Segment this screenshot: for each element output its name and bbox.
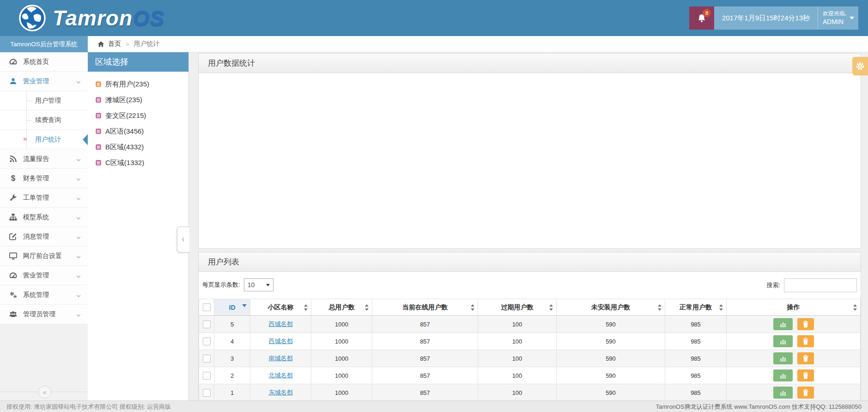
region-tree-label: 所有用户(235) xyxy=(105,80,149,89)
row-checkbox[interactable] xyxy=(203,338,211,345)
sidebar-item[interactable]: 工单管理 xyxy=(0,188,88,208)
column-header[interactable]: 未安装用户数 xyxy=(557,299,665,316)
region-tree-item[interactable]: B区域(4332) xyxy=(88,139,188,155)
column-header[interactable]: 过期用户数 xyxy=(478,299,557,316)
region-panel: 区域选择 所有用户(235)潍城区(235)奎文区(2215)A区语(3456)… xyxy=(88,52,189,400)
breadcrumb: 首页 > 用户统计 xyxy=(88,36,868,52)
cell-expired: 100 xyxy=(478,316,557,333)
community-name-link[interactable]: 北城名都 xyxy=(269,372,293,379)
delete-button[interactable] xyxy=(797,335,814,347)
community-name-link[interactable]: 东城名都 xyxy=(269,389,293,396)
chart-button[interactable] xyxy=(773,387,793,399)
sidebar-item[interactable]: 营业管理 xyxy=(0,72,88,91)
sidebar-item[interactable]: 系统管理 xyxy=(0,285,88,305)
page-size-select[interactable]: 10 xyxy=(244,278,273,291)
region-tree-label: 潍城区(235) xyxy=(105,96,142,105)
list-icon xyxy=(95,97,102,103)
sidebar-item[interactable]: $财务管理 xyxy=(0,169,88,188)
cell-expired: 100 xyxy=(478,384,557,401)
sidebar: 系统首页营业管理用户管理续费查询»用户统计流量报告$财务管理工单管理模型系统消息… xyxy=(0,52,88,400)
region-tree-item[interactable]: 潍城区(235) xyxy=(88,92,188,108)
column-header[interactable]: 小区名称 xyxy=(250,299,311,316)
gear-icon xyxy=(856,61,865,71)
user-table-body: 5西城名都10008571005909854西城名都10008571005909… xyxy=(199,316,861,401)
column-header[interactable]: 正常用户数 xyxy=(665,299,727,316)
row-checkbox[interactable] xyxy=(203,389,211,397)
chart-button[interactable] xyxy=(773,369,793,381)
user-table-head: ID小区名称总用户数当前在线用户数过期用户数未安装用户数正常用户数操作 xyxy=(199,299,861,316)
chart-button[interactable] xyxy=(773,352,793,364)
sidebar-item[interactable]: 网厅前台设置 xyxy=(0,246,88,266)
delete-button[interactable] xyxy=(797,387,814,399)
breadcrumb-home[interactable]: 首页 xyxy=(108,40,121,48)
panel-collapse-tab[interactable] xyxy=(177,227,189,252)
community-name-link[interactable]: 南城名都 xyxy=(269,355,293,362)
cell-actions xyxy=(727,333,861,350)
select-all-checkbox[interactable] xyxy=(203,303,211,311)
region-tree-item[interactable]: A区语(3456) xyxy=(88,123,188,139)
table-controls: 每页显示条数: 10 搜索: xyxy=(202,278,857,292)
cell-total: 1000 xyxy=(311,384,372,401)
row-checkbox-cell xyxy=(199,384,214,401)
logo-text-primary: Tamron xyxy=(53,6,133,30)
logo-text-secondary: OS xyxy=(133,6,164,30)
user-menu[interactable]: 欢迎光临, ADMIN xyxy=(818,6,858,30)
notification-badge: 8 xyxy=(703,9,711,17)
sidebar-item[interactable]: 流量报告 xyxy=(0,149,88,169)
column-header[interactable]: 当前在线用户数 xyxy=(372,299,478,316)
table-row: 4西城名都1000857100590985 xyxy=(199,333,861,350)
tree-tick xyxy=(27,120,32,121)
search-input[interactable] xyxy=(784,278,857,292)
delete-button[interactable] xyxy=(797,318,814,330)
notifications-button[interactable]: 8 xyxy=(689,6,714,30)
sidebar-collapse-button[interactable]: « xyxy=(38,386,51,399)
sidebar-item[interactable]: 消息管理 xyxy=(0,227,88,246)
delete-button[interactable] xyxy=(797,352,814,364)
region-tree-item[interactable]: C区域(1332) xyxy=(88,155,188,171)
dashboard-icon xyxy=(9,271,17,279)
license-text: 授权使用: 潍坊家园驿站电子技术有限公司 授权级别: 运营商版 xyxy=(6,403,171,411)
row-checkbox[interactable] xyxy=(203,372,211,380)
region-tree: 所有用户(235)潍城区(235)奎文区(2215)A区语(3456)B区域(4… xyxy=(88,72,188,171)
chart-button[interactable] xyxy=(773,335,793,347)
cell-normal: 985 xyxy=(665,384,727,401)
gears-icon xyxy=(9,291,17,299)
cell-total: 1000 xyxy=(311,350,372,367)
user-list-panel: 用户列表 每页显示条数: 10 搜索: ID小区名称总用户数当前在线用户数过期用… xyxy=(198,252,861,412)
tree-tick xyxy=(27,101,32,101)
region-tree-item[interactable]: 奎文区(2215) xyxy=(88,108,188,123)
cell-uninstalled: 590 xyxy=(557,367,665,384)
community-name-link[interactable]: 西城名都 xyxy=(269,320,293,327)
sidebar-subitem-label: 续费查询 xyxy=(35,116,61,124)
row-checkbox-cell xyxy=(199,350,214,367)
page-size-label: 每页显示条数: xyxy=(202,281,240,289)
sidebar-item[interactable]: 系统首页 xyxy=(0,52,88,72)
sidebar-item[interactable]: 营业管理 xyxy=(0,266,88,285)
column-header[interactable]: ID xyxy=(214,299,250,316)
edit-icon xyxy=(9,233,17,240)
sitemap-icon xyxy=(9,213,17,221)
community-name-link[interactable]: 西城名都 xyxy=(269,338,293,344)
sidebar-subitem[interactable]: 续费查询 xyxy=(0,111,88,130)
chevron-down-icon xyxy=(76,176,81,181)
row-checkbox[interactable] xyxy=(203,355,211,363)
region-tree-label: 奎文区(2215) xyxy=(105,111,146,120)
region-tree-label: A区语(3456) xyxy=(105,127,144,136)
sidebar-subitem[interactable]: »用户统计 xyxy=(0,130,88,149)
chart-button[interactable] xyxy=(773,318,793,330)
row-checkbox[interactable] xyxy=(203,320,211,328)
column-header[interactable]: 操作 xyxy=(727,299,861,316)
sidebar-item[interactable]: 模型系统 xyxy=(0,208,88,227)
settings-tab-button[interactable] xyxy=(852,57,868,75)
cell-online: 857 xyxy=(372,367,478,384)
page-size-value: 10 xyxy=(248,281,255,289)
sidebar-item[interactable]: 管理员管理 xyxy=(0,305,88,324)
region-tree-item[interactable]: 所有用户(235) xyxy=(88,76,188,92)
user-list-panel-title: 用户列表 xyxy=(199,252,861,272)
sidebar-subitem[interactable]: 用户管理 xyxy=(0,91,88,111)
chevron-down-icon xyxy=(76,273,81,278)
delete-button[interactable] xyxy=(797,369,814,381)
cell-name: 西城名都 xyxy=(250,316,311,333)
sidebar-menu: 系统首页营业管理用户管理续费查询»用户统计流量报告$财务管理工单管理模型系统消息… xyxy=(0,52,88,324)
column-header[interactable]: 总用户数 xyxy=(311,299,372,316)
